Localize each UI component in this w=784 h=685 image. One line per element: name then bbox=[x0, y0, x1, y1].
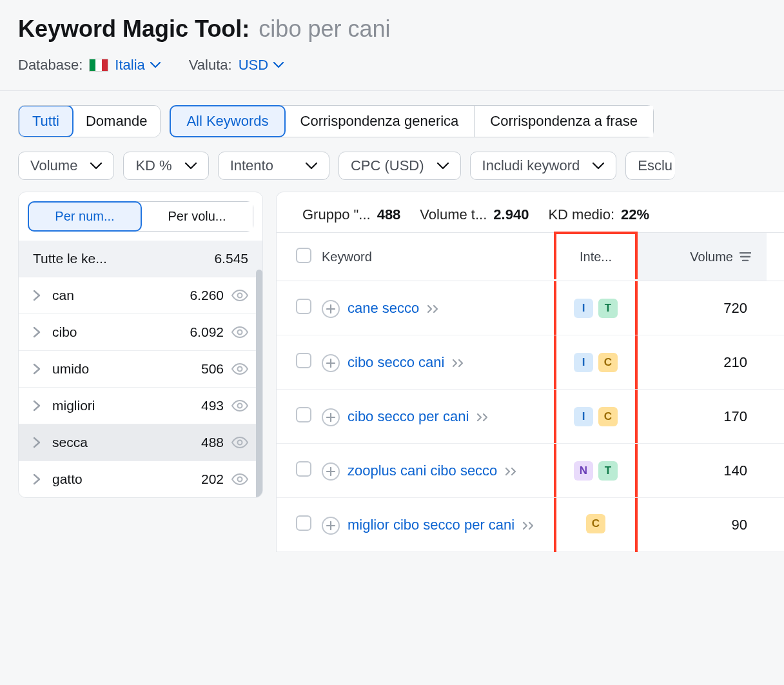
svg-point-5 bbox=[238, 477, 242, 482]
filter-cpc[interactable]: CPC (USD) bbox=[338, 152, 461, 180]
table-row: cibo secco cani IC210 bbox=[277, 335, 784, 390]
row-checkbox[interactable] bbox=[296, 299, 311, 314]
filters-row: Volume KD % Intento CPC (USD) Includi ke… bbox=[18, 152, 766, 180]
intent-badge-c: C bbox=[586, 514, 605, 533]
group-row-migliori[interactable]: migliori493 bbox=[19, 387, 262, 424]
intent-badge-n: N bbox=[574, 461, 593, 481]
group-row-gatto[interactable]: gatto202 bbox=[19, 461, 262, 497]
column-volume[interactable]: Volume bbox=[638, 233, 767, 281]
chevron-down-icon bbox=[273, 62, 284, 68]
match-tab-0[interactable]: All Keywords bbox=[170, 105, 285, 137]
volume-cell: 90 bbox=[638, 517, 767, 533]
match-type-tabs: All KeywordsCorrispondenza genericaCorri… bbox=[170, 105, 654, 137]
filter-intent[interactable]: Intento bbox=[218, 152, 329, 180]
volume-cell: 210 bbox=[638, 354, 767, 371]
chevron-down-icon bbox=[90, 163, 102, 170]
intent-badge-i: I bbox=[574, 407, 593, 426]
add-keyword-button[interactable] bbox=[322, 354, 340, 372]
table-header: Keyword Inte... Volume bbox=[277, 232, 784, 281]
match-tab-1[interactable]: Corrispondenza generica bbox=[285, 106, 475, 137]
sort-tab-0[interactable]: Per num... bbox=[28, 201, 142, 232]
group-count: 202 bbox=[201, 472, 224, 487]
filter-volume[interactable]: Volume bbox=[18, 152, 114, 180]
sidebar-scrollbar[interactable] bbox=[256, 270, 262, 498]
chevron-down-icon bbox=[306, 163, 317, 170]
eye-icon[interactable] bbox=[231, 290, 248, 301]
filter-exclude-keyword[interactable]: Esclu bbox=[625, 152, 675, 180]
keyword-link[interactable]: cibo secco cani bbox=[348, 354, 444, 370]
group-count: 6.260 bbox=[190, 288, 224, 303]
sort-tab-1[interactable]: Per volu... bbox=[141, 202, 253, 231]
eye-icon[interactable] bbox=[231, 437, 248, 448]
row-checkbox[interactable] bbox=[296, 353, 311, 368]
double-chevron-icon[interactable] bbox=[476, 410, 489, 425]
match-tab-2[interactable]: Corrispondenza a frase bbox=[475, 106, 653, 137]
page-title: Keyword Magic Tool: bbox=[18, 15, 250, 43]
keyword-link[interactable]: miglior cibo secco per cani bbox=[348, 517, 514, 533]
group-name: cibo bbox=[52, 324, 77, 340]
sort-toggle: Per num...Per volu... bbox=[28, 201, 253, 232]
select-all-checkbox[interactable] bbox=[296, 248, 311, 263]
group-list: can6.260cibo6.092umido506migliori493secc… bbox=[19, 277, 262, 497]
stats-row: Gruppo "... 488 Volume t... 2.940 KD med… bbox=[277, 192, 784, 232]
group-row-can[interactable]: can6.260 bbox=[19, 277, 262, 313]
intent-badge-t: T bbox=[598, 299, 618, 318]
eye-icon[interactable] bbox=[231, 363, 248, 375]
chevron-down-icon bbox=[437, 163, 449, 170]
chevron-right-icon bbox=[33, 363, 41, 375]
chevron-right-icon bbox=[33, 290, 41, 301]
group-name: umido bbox=[52, 361, 89, 377]
add-keyword-button[interactable] bbox=[322, 408, 340, 426]
keyword-link[interactable]: cane secco bbox=[348, 300, 419, 316]
intent-badge-t: T bbox=[598, 461, 618, 481]
group-row-umido[interactable]: umido506 bbox=[19, 350, 262, 387]
tab-tutti[interactable]: Tutti bbox=[18, 105, 74, 137]
keyword-link[interactable]: zooplus cani cibo secco bbox=[348, 462, 497, 479]
double-chevron-icon[interactable] bbox=[452, 356, 465, 371]
column-intent[interactable]: Inte... bbox=[554, 232, 638, 279]
chevron-right-icon bbox=[33, 437, 41, 448]
double-chevron-icon[interactable] bbox=[427, 302, 440, 317]
filter-include-keyword[interactable]: Includi keyword bbox=[470, 152, 617, 180]
add-keyword-button[interactable] bbox=[322, 517, 340, 535]
double-chevron-icon[interactable] bbox=[505, 464, 518, 479]
volume-cell: 170 bbox=[638, 408, 767, 425]
intent-cell: IT bbox=[554, 281, 638, 335]
meta-row: Database: Italia Valuta: USD bbox=[18, 57, 766, 74]
intent-cell: C bbox=[554, 498, 638, 552]
stat-volume-total: Volume t... 2.940 bbox=[420, 206, 529, 223]
chevron-right-icon bbox=[33, 473, 41, 485]
add-keyword-button[interactable] bbox=[322, 300, 340, 318]
eye-icon[interactable] bbox=[231, 400, 248, 412]
tab-domande[interactable]: Domande bbox=[73, 106, 160, 137]
intent-cell: IC bbox=[554, 390, 638, 443]
currency-selector[interactable]: Valuta: USD bbox=[189, 57, 284, 74]
database-label: Database: bbox=[18, 57, 83, 74]
questions-toggle: TuttiDomande bbox=[18, 105, 161, 137]
stat-group: Gruppo "... 488 bbox=[302, 206, 400, 223]
row-checkbox[interactable] bbox=[296, 461, 311, 477]
svg-point-2 bbox=[238, 367, 242, 372]
row-checkbox[interactable] bbox=[296, 515, 311, 531]
group-row-secca[interactable]: secca488 bbox=[19, 424, 262, 461]
keyword-link[interactable]: cibo secco per cani bbox=[348, 408, 469, 424]
double-chevron-icon[interactable] bbox=[522, 519, 535, 533]
chevron-down-icon bbox=[185, 163, 197, 170]
group-name: migliori bbox=[52, 398, 95, 413]
database-value: Italia bbox=[115, 57, 160, 74]
volume-cell: 720 bbox=[638, 300, 767, 317]
filter-kd[interactable]: KD % bbox=[123, 152, 208, 180]
chevron-right-icon bbox=[33, 400, 41, 412]
chevron-right-icon bbox=[33, 326, 41, 338]
add-keyword-button[interactable] bbox=[322, 462, 340, 481]
sort-desc-icon bbox=[740, 252, 751, 261]
all-keywords-row[interactable]: Tutte le ke... 6.545 bbox=[19, 241, 262, 277]
eye-icon[interactable] bbox=[231, 326, 248, 338]
all-keywords-count: 6.545 bbox=[214, 251, 248, 266]
database-selector[interactable]: Database: Italia bbox=[18, 57, 161, 74]
eye-icon[interactable] bbox=[231, 473, 248, 485]
group-row-cibo[interactable]: cibo6.092 bbox=[19, 313, 262, 350]
group-count: 506 bbox=[201, 361, 224, 377]
row-checkbox[interactable] bbox=[296, 407, 311, 422]
column-keyword[interactable]: Keyword bbox=[322, 250, 554, 264]
